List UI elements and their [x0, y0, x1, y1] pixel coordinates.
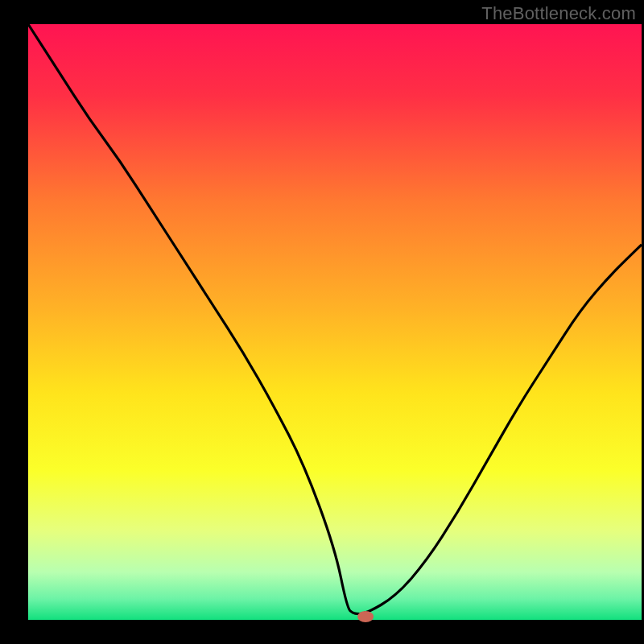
- chart-frame: TheBottleneck.com: [0, 0, 644, 644]
- sweet-spot-marker: [357, 611, 374, 622]
- bottleneck-chart: [0, 0, 644, 644]
- plot-background: [28, 24, 642, 620]
- watermark-text: TheBottleneck.com: [481, 3, 636, 24]
